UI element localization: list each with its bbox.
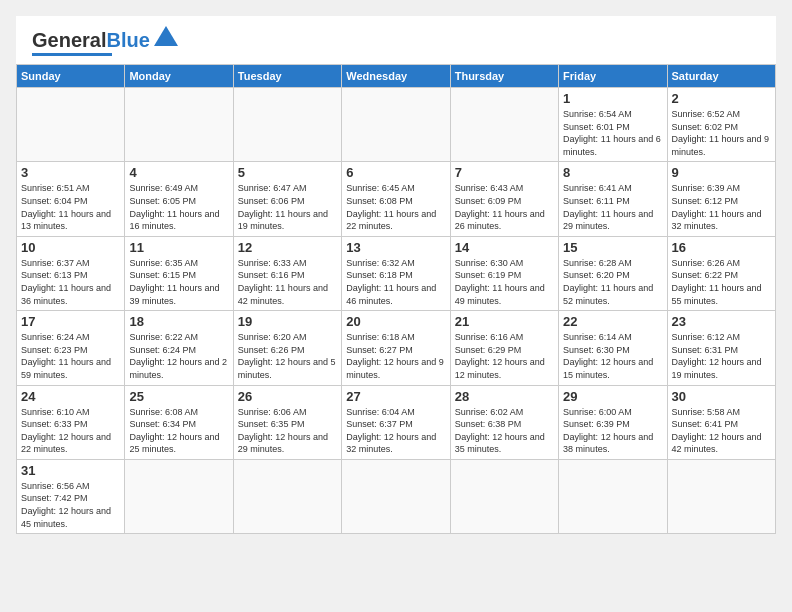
day-number: 12 [238, 240, 337, 255]
calendar-cell: 24Sunrise: 6:10 AM Sunset: 6:33 PM Dayli… [17, 385, 125, 459]
calendar-cell: 20Sunrise: 6:18 AM Sunset: 6:27 PM Dayli… [342, 311, 450, 385]
day-number: 31 [21, 463, 120, 478]
calendar-cell: 30Sunrise: 5:58 AM Sunset: 6:41 PM Dayli… [667, 385, 775, 459]
calendar-cell: 11Sunrise: 6:35 AM Sunset: 6:15 PM Dayli… [125, 236, 233, 310]
weekday-header-thursday: Thursday [450, 65, 558, 88]
calendar-cell: 27Sunrise: 6:04 AM Sunset: 6:37 PM Dayli… [342, 385, 450, 459]
day-info: Sunrise: 6:08 AM Sunset: 6:34 PM Dayligh… [129, 406, 228, 456]
calendar-cell [559, 459, 667, 533]
day-info: Sunrise: 6:56 AM Sunset: 7:42 PM Dayligh… [21, 480, 120, 530]
weekday-header-saturday: Saturday [667, 65, 775, 88]
calendar-cell: 22Sunrise: 6:14 AM Sunset: 6:30 PM Dayli… [559, 311, 667, 385]
calendar-cell [342, 88, 450, 162]
day-number: 19 [238, 314, 337, 329]
day-number: 16 [672, 240, 771, 255]
day-info: Sunrise: 6:26 AM Sunset: 6:22 PM Dayligh… [672, 257, 771, 307]
day-number: 23 [672, 314, 771, 329]
calendar-cell [17, 88, 125, 162]
logo-icon [152, 24, 180, 52]
day-info: Sunrise: 6:14 AM Sunset: 6:30 PM Dayligh… [563, 331, 662, 381]
day-info: Sunrise: 6:45 AM Sunset: 6:08 PM Dayligh… [346, 182, 445, 232]
calendar-cell: 7Sunrise: 6:43 AM Sunset: 6:09 PM Daylig… [450, 162, 558, 236]
logo-underline [32, 53, 112, 56]
week-row-2: 10Sunrise: 6:37 AM Sunset: 6:13 PM Dayli… [17, 236, 776, 310]
day-info: Sunrise: 6:04 AM Sunset: 6:37 PM Dayligh… [346, 406, 445, 456]
weekday-header-sunday: Sunday [17, 65, 125, 88]
day-info: Sunrise: 6:06 AM Sunset: 6:35 PM Dayligh… [238, 406, 337, 456]
weekday-header-monday: Monday [125, 65, 233, 88]
calendar-cell [125, 459, 233, 533]
calendar-cell: 5Sunrise: 6:47 AM Sunset: 6:06 PM Daylig… [233, 162, 341, 236]
day-number: 26 [238, 389, 337, 404]
week-row-0: 1Sunrise: 6:54 AM Sunset: 6:01 PM Daylig… [17, 88, 776, 162]
day-number: 2 [672, 91, 771, 106]
day-number: 11 [129, 240, 228, 255]
logo-blue: Blue [106, 29, 149, 51]
day-info: Sunrise: 6:52 AM Sunset: 6:02 PM Dayligh… [672, 108, 771, 158]
day-info: Sunrise: 6:12 AM Sunset: 6:31 PM Dayligh… [672, 331, 771, 381]
day-info: Sunrise: 6:47 AM Sunset: 6:06 PM Dayligh… [238, 182, 337, 232]
day-number: 30 [672, 389, 771, 404]
day-number: 9 [672, 165, 771, 180]
calendar-cell [233, 88, 341, 162]
calendar-cell: 13Sunrise: 6:32 AM Sunset: 6:18 PM Dayli… [342, 236, 450, 310]
day-number: 28 [455, 389, 554, 404]
day-number: 27 [346, 389, 445, 404]
calendar-cell: 1Sunrise: 6:54 AM Sunset: 6:01 PM Daylig… [559, 88, 667, 162]
calendar-cell: 31Sunrise: 6:56 AM Sunset: 7:42 PM Dayli… [17, 459, 125, 533]
logo-text: GeneralBlue [32, 30, 150, 50]
day-number: 10 [21, 240, 120, 255]
weekday-header-row: SundayMondayTuesdayWednesdayThursdayFrid… [17, 65, 776, 88]
day-number: 25 [129, 389, 228, 404]
day-info: Sunrise: 6:16 AM Sunset: 6:29 PM Dayligh… [455, 331, 554, 381]
calendar-cell: 4Sunrise: 6:49 AM Sunset: 6:05 PM Daylig… [125, 162, 233, 236]
day-info: Sunrise: 6:18 AM Sunset: 6:27 PM Dayligh… [346, 331, 445, 381]
day-info: Sunrise: 6:41 AM Sunset: 6:11 PM Dayligh… [563, 182, 662, 232]
day-number: 14 [455, 240, 554, 255]
day-info: Sunrise: 6:32 AM Sunset: 6:18 PM Dayligh… [346, 257, 445, 307]
calendar-cell [450, 88, 558, 162]
calendar-cell: 12Sunrise: 6:33 AM Sunset: 6:16 PM Dayli… [233, 236, 341, 310]
calendar-cell: 9Sunrise: 6:39 AM Sunset: 6:12 PM Daylig… [667, 162, 775, 236]
day-number: 6 [346, 165, 445, 180]
calendar-cell: 29Sunrise: 6:00 AM Sunset: 6:39 PM Dayli… [559, 385, 667, 459]
calendar-cell: 19Sunrise: 6:20 AM Sunset: 6:26 PM Dayli… [233, 311, 341, 385]
day-number: 8 [563, 165, 662, 180]
week-row-5: 31Sunrise: 6:56 AM Sunset: 7:42 PM Dayli… [17, 459, 776, 533]
calendar-cell: 6Sunrise: 6:45 AM Sunset: 6:08 PM Daylig… [342, 162, 450, 236]
day-number: 17 [21, 314, 120, 329]
day-info: Sunrise: 6:24 AM Sunset: 6:23 PM Dayligh… [21, 331, 120, 381]
calendar-cell: 25Sunrise: 6:08 AM Sunset: 6:34 PM Dayli… [125, 385, 233, 459]
day-number: 18 [129, 314, 228, 329]
calendar-cell [125, 88, 233, 162]
day-info: Sunrise: 6:49 AM Sunset: 6:05 PM Dayligh… [129, 182, 228, 232]
header: GeneralBlue [16, 16, 776, 64]
day-number: 5 [238, 165, 337, 180]
week-row-4: 24Sunrise: 6:10 AM Sunset: 6:33 PM Dayli… [17, 385, 776, 459]
day-info: Sunrise: 6:10 AM Sunset: 6:33 PM Dayligh… [21, 406, 120, 456]
week-row-1: 3Sunrise: 6:51 AM Sunset: 6:04 PM Daylig… [17, 162, 776, 236]
weekday-header-friday: Friday [559, 65, 667, 88]
calendar-cell [667, 459, 775, 533]
calendar-page: GeneralBlue SundayMondayTuesdayWednesday… [16, 16, 776, 534]
day-info: Sunrise: 6:39 AM Sunset: 6:12 PM Dayligh… [672, 182, 771, 232]
day-number: 29 [563, 389, 662, 404]
calendar-cell: 8Sunrise: 6:41 AM Sunset: 6:11 PM Daylig… [559, 162, 667, 236]
weekday-header-tuesday: Tuesday [233, 65, 341, 88]
calendar-cell: 3Sunrise: 6:51 AM Sunset: 6:04 PM Daylig… [17, 162, 125, 236]
calendar-cell: 21Sunrise: 6:16 AM Sunset: 6:29 PM Dayli… [450, 311, 558, 385]
calendar-cell: 17Sunrise: 6:24 AM Sunset: 6:23 PM Dayli… [17, 311, 125, 385]
day-info: Sunrise: 6:51 AM Sunset: 6:04 PM Dayligh… [21, 182, 120, 232]
day-number: 3 [21, 165, 120, 180]
day-info: Sunrise: 6:43 AM Sunset: 6:09 PM Dayligh… [455, 182, 554, 232]
calendar-cell: 28Sunrise: 6:02 AM Sunset: 6:38 PM Dayli… [450, 385, 558, 459]
calendar-cell: 2Sunrise: 6:52 AM Sunset: 6:02 PM Daylig… [667, 88, 775, 162]
day-info: Sunrise: 6:00 AM Sunset: 6:39 PM Dayligh… [563, 406, 662, 456]
day-number: 7 [455, 165, 554, 180]
calendar-cell: 23Sunrise: 6:12 AM Sunset: 6:31 PM Dayli… [667, 311, 775, 385]
day-info: Sunrise: 6:02 AM Sunset: 6:38 PM Dayligh… [455, 406, 554, 456]
day-info: Sunrise: 6:37 AM Sunset: 6:13 PM Dayligh… [21, 257, 120, 307]
day-number: 22 [563, 314, 662, 329]
day-info: Sunrise: 6:54 AM Sunset: 6:01 PM Dayligh… [563, 108, 662, 158]
calendar-table: SundayMondayTuesdayWednesdayThursdayFrid… [16, 64, 776, 534]
